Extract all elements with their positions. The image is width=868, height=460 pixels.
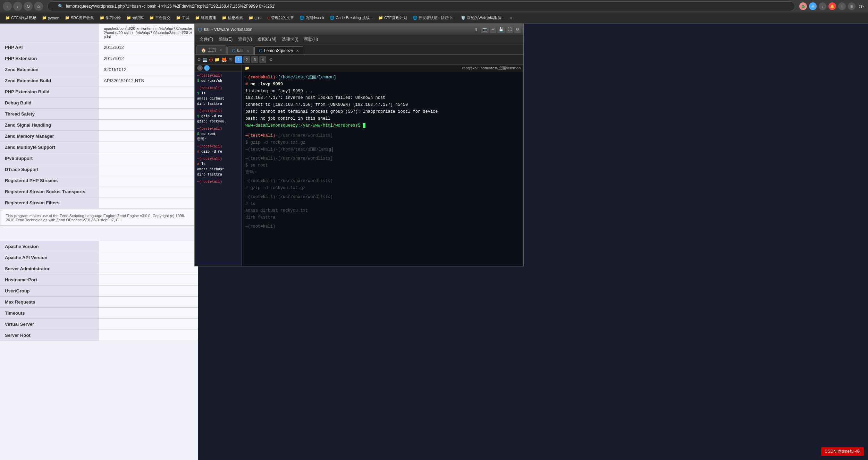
bookmark-folder-icon: 📁 bbox=[5, 16, 10, 20]
num-tab-1[interactable]: 1 bbox=[235, 56, 242, 63]
nav-refresh-button[interactable]: ↻ bbox=[24, 2, 33, 11]
tab-kali[interactable]: ⬡ kali ✕ bbox=[227, 46, 254, 54]
bookmark-info-search[interactable]: 📁信息检索 bbox=[219, 15, 245, 21]
bookmark-folder-icon-3: 📁 bbox=[65, 16, 70, 20]
tab-lemonsqueezy-close[interactable]: ✕ bbox=[296, 49, 299, 53]
nav-back-button[interactable]: ‹ bbox=[3, 2, 12, 11]
kali-line-18: dirb fasttra bbox=[197, 172, 239, 177]
table-row-socket-transports: Registered Stream Socket Transports bbox=[0, 186, 198, 197]
table-row-stream-filters: Registered Stream Filters bbox=[0, 197, 198, 208]
t-prompt-line-1: ─(root⊕kali)-[/home/test/桌面/lemmon] bbox=[245, 74, 520, 81]
num-tab-3[interactable]: 3 bbox=[251, 56, 258, 63]
t-secondary-12: dirb fasttra bbox=[245, 214, 520, 221]
bookmark-globe-icon-2: 🌐 bbox=[330, 16, 335, 20]
num-tab-2[interactable]: 2 bbox=[243, 56, 250, 63]
t-secondary-8: # gzip -d rockyou.txt.gz bbox=[245, 185, 520, 192]
table-row-zend-multibyte: Zend Multibyte Support bbox=[0, 142, 198, 153]
kali-line-10: ─(test⊕kali) bbox=[197, 126, 239, 131]
menu-vm[interactable]: 虚拟机(M) bbox=[255, 35, 279, 43]
vmware-save-button[interactable]: 💾 bbox=[497, 26, 505, 33]
browser-icon-5[interactable]: ⋮ bbox=[838, 2, 846, 10]
bookmark-ctf-review[interactable]: 📁CTF复现计划 bbox=[376, 15, 409, 21]
bookmark-folder-icon-4: 📁 bbox=[100, 16, 104, 20]
nav-forward-button[interactable]: › bbox=[13, 2, 22, 11]
menu-help[interactable]: 帮助(H) bbox=[302, 35, 321, 43]
vmware-settings-button[interactable]: ⚙ bbox=[514, 26, 521, 33]
t-secondary-11: amass dirbust rockyou.txt bbox=[245, 207, 520, 214]
t-inverse-lookup: 192.168.47.177: inverse host lookup fail… bbox=[245, 95, 520, 102]
kali-line-6: dirb fasttra bbox=[197, 101, 239, 107]
t-secondary-5: $ su root bbox=[245, 162, 520, 169]
address-text: lemonsqueezy/wordpress/1.php?1=bash -c '… bbox=[66, 4, 275, 9]
terminal-right-content[interactable]: ─(root⊕kali)-[/home/test/桌面/lemmon] # nc… bbox=[242, 72, 523, 266]
kali-term-icon: ⬡ bbox=[197, 65, 203, 71]
kali-line-16: # ls bbox=[197, 162, 239, 167]
kali-line-7: ─(test⊕kali) bbox=[197, 109, 239, 114]
browser-icon-3[interactable]: ↓ bbox=[819, 2, 826, 10]
table-row-ipv6: IPv6 Support bbox=[0, 153, 198, 164]
t-secondary-7: ─(root⊕kali)-[/usr/share/wordlists] bbox=[245, 178, 520, 185]
browser-icon-4[interactable]: 🔔 bbox=[828, 2, 836, 10]
vmware-full-screen-button[interactable]: ⛶ bbox=[506, 26, 513, 33]
tab-lemonsqueezy[interactable]: ⬡ LemonSqueezy ✕ bbox=[254, 46, 303, 54]
bookmark-learning[interactable]: 📁学习经验 bbox=[97, 15, 123, 21]
vmware-snapshot-button[interactable]: 📷 bbox=[481, 26, 489, 33]
bookmark-folder-icon-5: 📁 bbox=[126, 16, 131, 20]
table-row-registered-streams: Registered PHP Streams bbox=[0, 175, 198, 186]
bookmark-knowledge[interactable]: 📁知识库 bbox=[124, 15, 146, 21]
bookmark-ctf[interactable]: 📁CTF bbox=[246, 15, 264, 21]
kali-line-14: # gzip -d ro bbox=[197, 149, 239, 154]
t-secondary-13: ─(root⊕kali) bbox=[245, 223, 520, 230]
virtual-server-row: Virtual Server bbox=[0, 319, 198, 330]
menu-tabs[interactable]: 选项卡(I) bbox=[279, 35, 301, 43]
browser-icon-6[interactable]: ⊞ bbox=[848, 2, 856, 10]
bookmark-python[interactable]: 📁python bbox=[40, 15, 62, 21]
bookmark-4week[interactable]: 🌐为期4week bbox=[297, 15, 327, 21]
num-tab-4[interactable]: 4 bbox=[259, 56, 266, 63]
search-icon: 🔍 bbox=[58, 4, 63, 9]
vmware-menubar: 文件(F) 编辑(E) 查看(V) 虚拟机(M) 选项卡(I) 帮助(H) bbox=[195, 35, 523, 44]
table-row-thread-safety: Thread Safety bbox=[0, 109, 198, 120]
nav-home-button[interactable]: ⌂ bbox=[34, 2, 43, 11]
table-row-zend-memory: Zend Memory Manager bbox=[0, 131, 198, 142]
bookmark-src[interactable]: 📁SRC资产收集 bbox=[62, 15, 96, 21]
kali-line-5: amass dirbust bbox=[197, 96, 239, 101]
bookmark-dev-cert[interactable]: 🌐开发者认证 - 认证中... bbox=[410, 15, 458, 21]
menu-edit[interactable]: 编辑(E) bbox=[216, 35, 235, 43]
t-secondary-3: ─(test⊕kali)-[/home/test/桌面/lemag] bbox=[245, 146, 520, 153]
vm-settings-icon-2[interactable]: ⚙ bbox=[269, 57, 273, 62]
tab-home-close[interactable]: ✕ bbox=[219, 48, 222, 52]
kali-line-12: 密码： bbox=[197, 137, 239, 142]
kali-terminal-header-bar: ⬡ ⬡ bbox=[195, 65, 242, 72]
t-bash-error-1: bash: cannot set terminal process group … bbox=[245, 109, 520, 116]
menu-file[interactable]: 文件(F) bbox=[197, 35, 216, 43]
vmware-restore-button[interactable]: ↩ bbox=[490, 26, 496, 33]
tab-kali-close[interactable]: ✕ bbox=[246, 49, 249, 53]
timeouts-row: Timeouts bbox=[0, 308, 198, 319]
bookmark-folder-icon-7: 📁 bbox=[176, 16, 181, 20]
browser-chrome: ‹ › ↻ ⌂ 🔍 lemonsqueezy/wordpress/1.php?1… bbox=[0, 0, 868, 12]
bookmarks-more[interactable]: » bbox=[508, 15, 515, 21]
t-secondary-10: # ls bbox=[245, 201, 520, 208]
browser-icon-2[interactable]: ◎ bbox=[809, 2, 817, 10]
apache-version-row: Apache Version bbox=[0, 241, 198, 252]
kali-terminal-content-left: ─(test⊕kali) $ cd /usr/sh ─(test⊕kali) $… bbox=[195, 72, 242, 266]
bookmark-web-source[interactable]: 🛡️常见的Web源码泄漏... bbox=[458, 15, 507, 21]
bookmark-manage-articles[interactable]: C管理我的文章 bbox=[265, 15, 296, 21]
tab-home[interactable]: 🏠 主页 ✕ bbox=[196, 45, 227, 54]
table-row-dtrace: DTrace Support bbox=[0, 164, 198, 175]
bookmark-tools[interactable]: 📁工具 bbox=[174, 15, 192, 21]
menu-view[interactable]: 查看(V) bbox=[236, 35, 254, 43]
bookmark-code-breaking[interactable]: 🌐Code Breaking 挑战... bbox=[327, 15, 375, 21]
home-icon: 🏠 bbox=[201, 48, 206, 53]
kali-terminal-left: ⬡ ⬡ ─(test⊕kali) $ cd /usr/sh ─(test⊕kal… bbox=[195, 65, 242, 266]
address-bar[interactable]: 🔍 lemonsqueezy/wordpress/1.php?1=bash -c… bbox=[47, 1, 795, 11]
browser-more-button[interactable]: ≫ bbox=[858, 2, 865, 10]
vmware-pause-button[interactable]: ⏸ bbox=[472, 26, 480, 33]
bookmark-env[interactable]: 📁环境搭建 bbox=[193, 15, 219, 21]
bookmark-platform[interactable]: 📁平台提交 bbox=[147, 15, 173, 21]
apache-info-table: Apache Version Apache API Version Server… bbox=[0, 241, 198, 341]
browser-icon-1[interactable]: 🐉 bbox=[799, 2, 807, 10]
bookmark-ctf-sites[interactable]: 📁CTF网站&靶场 bbox=[3, 15, 39, 21]
main-terminal-right: 📁 root@kali:/home/test/桌面/lemmon ─(root⊕… bbox=[242, 65, 523, 266]
